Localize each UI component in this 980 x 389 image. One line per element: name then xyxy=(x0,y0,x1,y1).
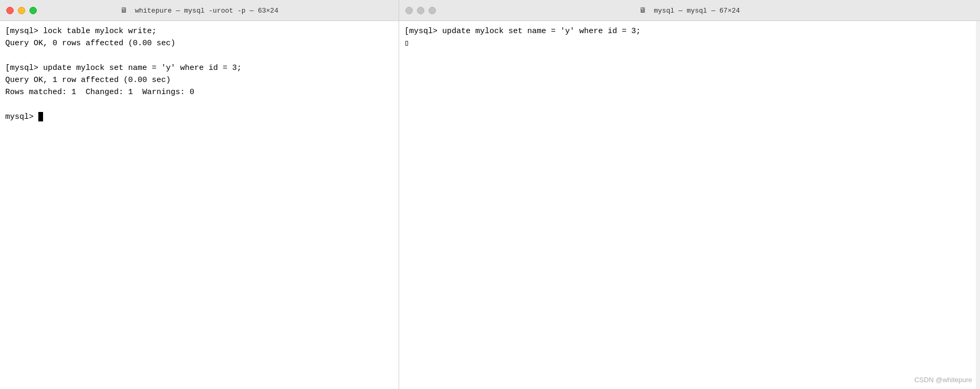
terminal-line-1: [mysql> lock table mylock write; xyxy=(5,25,393,37)
scrollbar-right[interactable] xyxy=(976,21,980,389)
terminal-left: 🖥 whitepure — mysql -uroot -p — 63×24 [m… xyxy=(0,0,399,389)
terminal-line-5: Query OK, 1 row affected (0.00 sec) xyxy=(5,74,393,86)
minimize-button-right[interactable] xyxy=(417,7,424,14)
right-line-2: ▯ xyxy=(404,37,975,49)
cursor-left xyxy=(38,112,43,121)
terminal-line-2: Query OK, 0 rows affected (0.00 sec) xyxy=(5,37,393,49)
maximize-button-right[interactable] xyxy=(429,7,436,14)
terminal-line-4: [mysql> update mylock set name = 'y' whe… xyxy=(5,62,393,74)
terminal-right: 🖥 mysql — mysql — 67×24 [mysql> update m… xyxy=(399,0,980,389)
titlebar-title-left: 🖥 whitepure — mysql -uroot -p — 63×24 xyxy=(120,6,278,15)
watermark: CSDN @whitepure xyxy=(914,376,972,384)
traffic-lights-right xyxy=(405,7,436,14)
terminal-body-right[interactable]: [mysql> update mylock set name = 'y' whe… xyxy=(399,21,980,389)
terminal-line-6: Rows matched: 1 Changed: 1 Warnings: 0 xyxy=(5,86,393,98)
maximize-button-left[interactable] xyxy=(29,7,37,14)
title-text-left: whitepure — mysql -uroot -p — 63×24 xyxy=(135,7,278,15)
close-button-left[interactable] xyxy=(6,7,14,14)
terminal-line-8: mysql> xyxy=(5,111,393,123)
right-line-1: [mysql> update mylock set name = 'y' whe… xyxy=(404,25,975,37)
terminal-line-7 xyxy=(5,99,393,111)
terminal-body-left[interactable]: [mysql> lock table mylock write; Query O… xyxy=(0,21,399,389)
titlebar-left: 🖥 whitepure — mysql -uroot -p — 63×24 xyxy=(0,0,399,21)
minimize-button-left[interactable] xyxy=(18,7,25,14)
titlebar-right: 🖥 mysql — mysql — 67×24 xyxy=(399,0,980,21)
title-text-right: mysql — mysql — 67×24 xyxy=(654,7,740,15)
terminal-icon-left: 🖥 xyxy=(120,6,128,15)
close-button-right[interactable] xyxy=(405,7,413,14)
terminal-line-3 xyxy=(5,50,393,62)
windows-container: 🖥 whitepure — mysql -uroot -p — 63×24 [m… xyxy=(0,0,980,389)
traffic-lights-left xyxy=(6,7,37,14)
titlebar-title-right: 🖥 mysql — mysql — 67×24 xyxy=(639,6,740,15)
terminal-icon-right: 🖥 xyxy=(639,6,647,15)
